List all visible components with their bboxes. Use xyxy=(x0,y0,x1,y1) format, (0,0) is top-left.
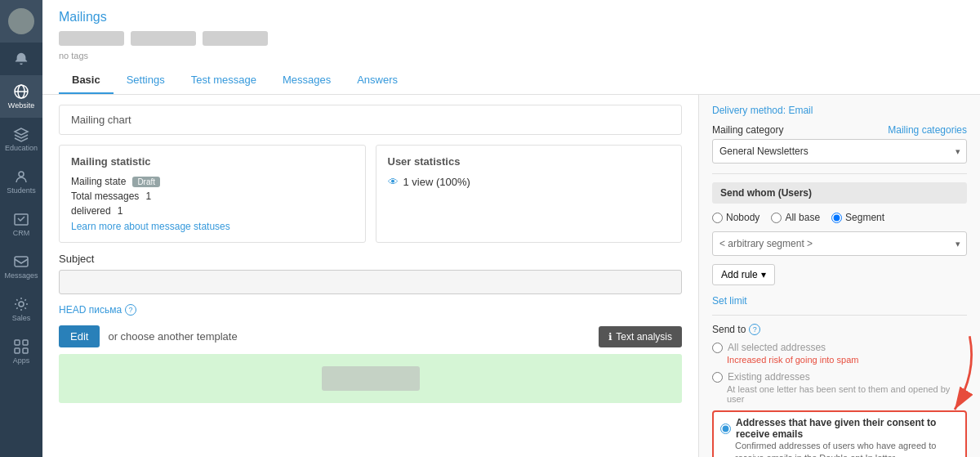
delivery-method-value: Email xyxy=(788,105,813,116)
info-icon: ℹ xyxy=(608,331,612,343)
radio-segment-input[interactable] xyxy=(831,213,842,223)
divider-2 xyxy=(712,315,967,316)
mailing-category-label: Mailing category xyxy=(712,124,783,136)
category-select[interactable]: General Newsletters xyxy=(712,139,967,164)
radio-nobody-input[interactable] xyxy=(712,213,723,223)
sidebar-item-messages[interactable]: Messages xyxy=(0,245,42,288)
radio-all-addresses-input[interactable] xyxy=(712,343,723,353)
add-rule-button[interactable]: Add rule ▾ xyxy=(712,264,775,285)
total-messages-row: Total messages 1 xyxy=(71,190,354,202)
mailing-categories-link[interactable]: Mailing categories xyxy=(888,124,967,136)
bell-icon[interactable] xyxy=(0,43,42,75)
svg-rect-9 xyxy=(15,348,20,353)
tab-messages[interactable]: Messages xyxy=(270,67,344,94)
send-to-option-all: All selected addresses Increased risk of… xyxy=(712,342,967,365)
all-addresses-sublabel: Increased risk of going into spam xyxy=(727,355,967,365)
mailing-category-row: Mailing category Mailing categories xyxy=(712,124,967,136)
sidebar-label-messages: Messages xyxy=(4,272,38,280)
user-statistics-title: User statistics xyxy=(388,155,670,168)
sidebar-label-crm: CRM xyxy=(13,230,30,238)
consent-addresses-desc: Confirmed addresses of users who have ag… xyxy=(735,440,959,457)
subject-label: Subject xyxy=(59,253,682,265)
left-panel: Mailing chart Mailing statistic Mailing … xyxy=(42,95,698,457)
sidebar-item-website[interactable]: Website xyxy=(0,75,42,118)
radio-existing-addresses[interactable]: Existing addresses xyxy=(712,371,967,383)
head-link-container: HEAD письма ? xyxy=(59,304,682,316)
svg-rect-5 xyxy=(15,257,28,267)
radio-nobody[interactable]: Nobody xyxy=(712,212,760,223)
tag-box-1 xyxy=(59,31,124,46)
sidebar-item-apps[interactable]: Apps xyxy=(0,330,42,373)
mailing-statistic-box: Mailing statistic Mailing state Draft To… xyxy=(59,145,366,243)
user-stat-row: 👁 1 view (100%) xyxy=(388,176,670,188)
sidebar-label-students: Students xyxy=(7,187,36,195)
edit-left: Edit or choose another template xyxy=(59,325,238,347)
svg-point-6 xyxy=(19,302,24,307)
total-messages-value: 1 xyxy=(145,190,151,202)
page-title: Mailings xyxy=(59,10,964,25)
radio-row: Nobody All base Segment xyxy=(712,212,967,223)
radio-all-base[interactable]: All base xyxy=(771,212,820,223)
send-to-option-existing: Existing addresses At least one letter h… xyxy=(712,371,967,404)
delivery-method: Delivery method: Email xyxy=(712,105,967,116)
segment-select[interactable]: < arbitrary segment > xyxy=(712,231,967,256)
radio-nobody-label: Nobody xyxy=(726,212,760,223)
consent-addresses-label: Addresses that have given their consent … xyxy=(736,417,959,440)
category-select-wrapper: General Newsletters xyxy=(712,139,967,164)
no-tags-label: no tags xyxy=(59,51,964,60)
mailing-chart-title: Mailing chart xyxy=(71,114,131,126)
send-to-tooltip-icon[interactable]: ? xyxy=(749,324,760,335)
sidebar: Website Education Students CRM Messages … xyxy=(0,0,42,457)
divider-1 xyxy=(712,173,967,174)
main-content: Mailings no tags Basic Settings Test mes… xyxy=(42,0,980,457)
svg-rect-10 xyxy=(23,348,28,353)
learn-more-link[interactable]: Learn more about message statuses xyxy=(71,221,230,232)
tab-basic[interactable]: Basic xyxy=(59,67,114,94)
mailing-state-label: Mailing state xyxy=(71,176,126,187)
mailing-chart-box: Mailing chart xyxy=(59,105,682,135)
mailing-statistic-title: Mailing statistic xyxy=(71,155,354,168)
preview-box xyxy=(59,354,682,403)
radio-all-base-label: All base xyxy=(785,212,820,223)
arrow-container: Addresses that have given their consent … xyxy=(712,410,967,457)
sidebar-item-crm[interactable]: CRM xyxy=(0,203,42,245)
mailing-state-row: Mailing state Draft xyxy=(71,176,354,187)
user-statistics-box: User statistics 👁 1 view (100%) xyxy=(376,145,683,243)
head-link[interactable]: HEAD письма xyxy=(59,304,122,316)
text-analysis-button[interactable]: ℹ Text analysis xyxy=(599,326,682,347)
delivered-row: delivered 1 xyxy=(71,205,354,217)
tab-test-message[interactable]: Test message xyxy=(178,67,270,94)
sidebar-label-education: Education xyxy=(5,145,38,153)
edit-area: Edit or choose another template ℹ Text a… xyxy=(59,325,682,347)
delivery-method-label: Delivery method: xyxy=(712,105,786,116)
sidebar-item-education[interactable]: Education xyxy=(0,118,42,160)
set-limit-link[interactable]: Set limit xyxy=(712,295,967,307)
radio-segment[interactable]: Segment xyxy=(831,212,884,223)
right-panel: Delivery method: Email Mailing category … xyxy=(698,95,980,457)
tooltip-icon[interactable]: ? xyxy=(125,304,136,316)
radio-all-base-input[interactable] xyxy=(771,213,782,223)
content-area: Mailing chart Mailing statistic Mailing … xyxy=(42,95,980,457)
draft-badge: Draft xyxy=(132,177,160,187)
edit-button[interactable]: Edit xyxy=(59,325,100,347)
tab-settings[interactable]: Settings xyxy=(114,67,178,94)
sidebar-item-sales[interactable]: Sales xyxy=(0,288,42,330)
segment-select-wrapper: < arbitrary segment > xyxy=(712,231,967,256)
tag-placeholder xyxy=(59,31,964,46)
subject-input[interactable] xyxy=(59,270,682,294)
delivered-label: delivered xyxy=(71,205,111,217)
views-value: 1 view (100%) xyxy=(403,176,470,188)
radio-consent-addresses[interactable]: Addresses that have given their consent … xyxy=(720,417,959,440)
all-addresses-label: All selected addresses xyxy=(728,342,826,353)
tag-box-2 xyxy=(131,31,196,46)
tab-answers[interactable]: Answers xyxy=(344,67,411,94)
sidebar-item-students[interactable]: Students xyxy=(0,160,42,203)
send-whom-box: Send whom (Users) xyxy=(712,182,967,204)
stats-row: Mailing statistic Mailing state Draft To… xyxy=(59,145,682,243)
radio-consent-addresses-input[interactable] xyxy=(720,423,731,434)
tabs: Basic Settings Test message Messages Ans… xyxy=(59,67,964,94)
radio-existing-addresses-input[interactable] xyxy=(712,372,723,383)
radio-all-addresses[interactable]: All selected addresses xyxy=(712,342,967,353)
avatar xyxy=(0,0,42,43)
eye-icon: 👁 xyxy=(388,176,399,188)
